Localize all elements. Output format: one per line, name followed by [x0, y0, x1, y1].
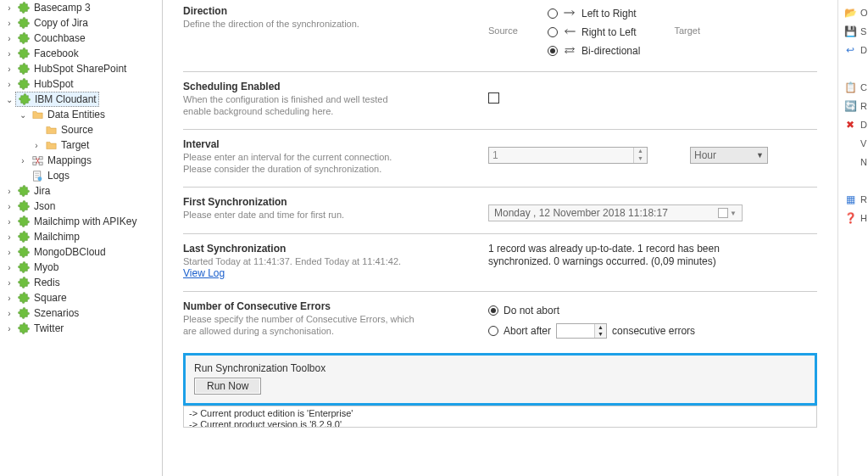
interval-desc1: Please enter an interval for the current…: [183, 151, 488, 163]
puzzle-piece-icon: [17, 230, 31, 244]
toolbar-item-letter: D: [860, 120, 867, 130]
save-icon-glyph: 💾: [843, 25, 857, 37]
report-icon[interactable]: ▦R: [838, 190, 868, 209]
puzzle-piece-icon: [17, 245, 31, 259]
tree-item[interactable]: ›Mailchimp: [0, 229, 162, 244]
tree-item[interactable]: ›Mappings: [0, 153, 162, 168]
log-line-1: -> Current product edition is 'Enterpris…: [189, 408, 811, 419]
arrow-right-icon: [563, 8, 576, 20]
save-icon[interactable]: 💾S: [838, 22, 868, 41]
refresh-icon[interactable]: 🔄R: [838, 97, 868, 115]
puzzle-piece-icon: [18, 92, 31, 106]
tree-item-label: Data Entities: [47, 109, 105, 120]
undo-icon[interactable]: ↩D: [838, 41, 868, 59]
tree-caret-icon[interactable]: ›: [3, 324, 15, 333]
errors-desc1: Please specify the number of Consecutive…: [183, 313, 488, 325]
main-panel: Direction Define the direction of the sy…: [163, 0, 837, 476]
tree-item[interactable]: ›HubSpot: [0, 76, 162, 92]
run-now-button[interactable]: Run Now: [194, 378, 261, 395]
tree-item[interactable]: ›Json: [0, 199, 162, 214]
tree-item-label: Mailchimp: [34, 231, 80, 243]
log-line-2: -> Current product version is '8.2.9.0': [189, 419, 811, 428]
delete-icon-glyph: ✖: [843, 119, 857, 131]
tree-caret-icon[interactable]: ›: [3, 19, 15, 28]
tree-caret-icon[interactable]: ›: [3, 248, 15, 257]
lastsync-viewlog-link[interactable]: View Log: [183, 267, 488, 279]
tree-item[interactable]: Source: [0, 122, 162, 137]
tree-caret-icon[interactable]: ›: [3, 64, 15, 74]
puzzle-piece-icon: [17, 322, 31, 335]
direction-option-bi[interactable]: Bi-directional: [548, 42, 640, 59]
tree-item[interactable]: ›Basecamp 3: [0, 0, 162, 15]
puzzle-piece-icon: [17, 184, 31, 198]
errors-option-noabort[interactable]: Do not abort: [488, 302, 559, 319]
interval-unit-combo[interactable]: Hour ▼: [690, 147, 768, 164]
tree-item-label: Jira: [34, 185, 50, 197]
direction-option-rl[interactable]: Right to Left: [548, 24, 640, 41]
interval-section: Interval Please enter an interval for th…: [183, 129, 817, 187]
tree-item[interactable]: ›Redis: [0, 275, 162, 290]
tree-caret-icon[interactable]: ⌄: [3, 95, 15, 104]
tree-caret-icon[interactable]: ›: [3, 278, 15, 288]
radio-noabort-icon: [488, 305, 498, 316]
tree-item[interactable]: ›Szenarios: [0, 305, 162, 321]
direction-option-lr[interactable]: Left to Right: [548, 5, 640, 22]
scheduling-checkbox[interactable]: [488, 92, 499, 104]
errors-count-spinner[interactable]: ▲▼: [556, 323, 607, 339]
tree-caret-icon[interactable]: ›: [3, 49, 15, 59]
errors-count-input[interactable]: [557, 324, 594, 338]
new-icon[interactable]: N: [838, 153, 868, 171]
firstsync-title: First Synchronization: [183, 196, 488, 208]
tree-caret-icon[interactable]: ›: [3, 309, 15, 318]
tree-item[interactable]: ⌄IBM Cloudant: [0, 92, 162, 107]
tree-caret-icon[interactable]: ›: [3, 80, 15, 89]
tree-item-label: Facebook: [34, 48, 79, 59]
tree-item[interactable]: ›Couchbase: [0, 31, 162, 46]
errors-option-abort[interactable]: Abort after ▲▼ consecutive errors: [488, 322, 695, 339]
firstsync-datefield[interactable]: Monday , 12 November 2018 11:18:17 ▼: [488, 204, 743, 221]
tree-item[interactable]: ›MongoDBCloud: [0, 244, 162, 260]
open-icon[interactable]: 📂O: [838, 3, 868, 22]
tree-item[interactable]: ›Facebook: [0, 46, 162, 61]
tree-caret-icon[interactable]: ›: [3, 263, 15, 272]
tree-item[interactable]: ›Target: [0, 137, 162, 153]
tree-item[interactable]: ›Mailchimp with APIKey: [0, 214, 162, 229]
tree-caret-icon[interactable]: ›: [17, 156, 29, 165]
toolbar-item-letter: R: [860, 101, 867, 111]
tree-caret-icon[interactable]: ›: [3, 34, 15, 43]
tree-caret-icon[interactable]: ›: [3, 3, 15, 13]
puzzle-piece-icon: [17, 77, 31, 91]
toolbox-title: Run Synchronization Toolbox: [194, 362, 806, 374]
view-icon[interactable]: V: [838, 134, 868, 153]
toolbar-item-letter: D: [860, 45, 867, 55]
spinner-buttons-icon[interactable]: ▲▼: [633, 148, 647, 163]
tree-item[interactable]: ›HubSpot SharePoint: [0, 61, 162, 76]
puzzle-piece-icon: [17, 306, 31, 320]
tree-caret-icon[interactable]: ›: [3, 217, 15, 227]
direction-source-label: Source: [488, 5, 548, 59]
radio-abort-icon: [488, 326, 498, 336]
tree-caret-icon[interactable]: ›: [31, 141, 42, 150]
tree-item[interactable]: ›Copy of Jira: [0, 15, 162, 31]
tree-caret-icon[interactable]: ›: [3, 202, 15, 211]
tree-caret-icon[interactable]: ›: [3, 187, 15, 196]
tree-caret-icon[interactable]: ›: [3, 294, 15, 303]
tree-caret-icon[interactable]: ›: [3, 232, 15, 242]
interval-value-input[interactable]: [489, 149, 633, 161]
toolbar-item-letter: H: [860, 213, 867, 223]
tree-item[interactable]: ›Square: [0, 290, 162, 305]
tree-caret-icon[interactable]: ⌄: [17, 110, 29, 120]
spinner-buttons-icon[interactable]: ▲▼: [594, 324, 606, 338]
tree-item[interactable]: ›Myob: [0, 260, 162, 275]
tree-item[interactable]: ⌄Data Entities: [0, 107, 162, 122]
toolbar-item-letter: R: [860, 194, 867, 204]
scheduling-section: Scheduling Enabled When the configuratio…: [183, 71, 817, 129]
delete-icon[interactable]: ✖D: [838, 115, 868, 134]
interval-spinner[interactable]: ▲▼: [488, 147, 648, 164]
tree-item[interactable]: ›Jira: [0, 183, 162, 199]
tree-item[interactable]: Logs: [0, 168, 162, 183]
help-icon[interactable]: ❓H: [838, 209, 868, 227]
tree-item[interactable]: ›Twitter: [0, 321, 162, 336]
puzzle-piece-icon: [17, 47, 31, 60]
copy-icon[interactable]: 📋C: [838, 78, 868, 97]
